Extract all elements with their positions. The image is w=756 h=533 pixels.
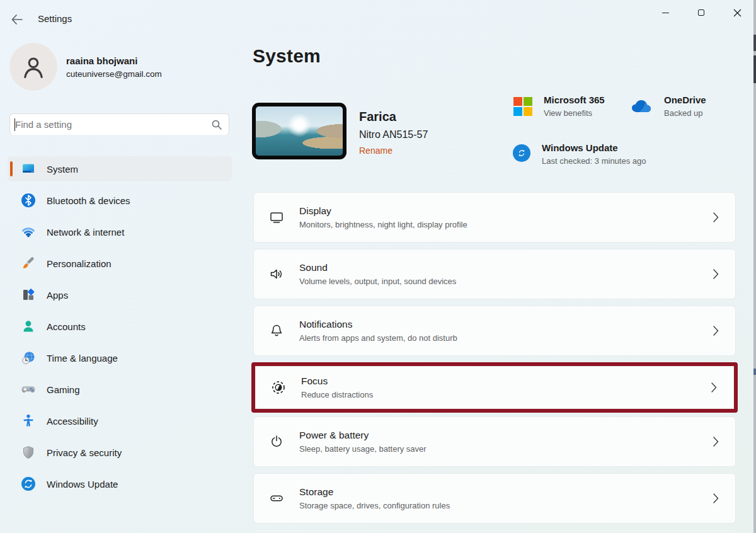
onedrive-cloud-icon	[629, 98, 653, 117]
row-title: Focus	[301, 375, 711, 387]
search-input[interactable]	[15, 114, 204, 135]
close-button[interactable]	[723, 0, 752, 25]
windows-update-card[interactable]: Windows Update Last checked: 3 minutes a…	[513, 142, 646, 166]
onedrive-card[interactable]: OneDrive Backed up	[629, 95, 706, 118]
globe-clock-icon	[20, 350, 37, 366]
shield-icon	[20, 444, 37, 461]
sidebar-item-gaming[interactable]: Gaming	[8, 377, 232, 402]
rename-link[interactable]: Rename	[359, 146, 392, 156]
page-title: System	[253, 45, 321, 67]
person-icon	[20, 53, 47, 81]
row-subtitle: Reduce distractions	[301, 390, 711, 399]
sidebar-item-bluetooth-devices[interactable]: Bluetooth & devices	[8, 188, 232, 213]
sidebar-item-label: Accounts	[47, 321, 86, 332]
sidebar-item-label: Time & language	[47, 353, 118, 364]
sidebar-item-label: Bluetooth & devices	[47, 195, 130, 206]
device-model: Nitro AN515-57	[359, 129, 428, 140]
sidebar-item-privacy-security[interactable]: Privacy & security	[8, 440, 232, 465]
windows-update-title: Windows Update	[542, 142, 646, 153]
settings-row-notifications[interactable]: Notifications Alerts from apps and syste…	[253, 306, 736, 356]
titlebar: Settings	[0, 0, 756, 35]
chevron-right-icon	[713, 269, 719, 279]
sidebar-item-label: Windows Update	[47, 479, 118, 490]
chevron-right-icon	[713, 212, 719, 222]
settings-row-power-battery[interactable]: Power & battery Sleep, battery usage, ba…	[253, 416, 736, 467]
minimize-icon	[662, 13, 669, 13]
row-title: Notifications	[299, 319, 713, 330]
settings-row-sound[interactable]: Sound Volume levels, output, input, soun…	[253, 249, 736, 299]
user-email: cuteuniverse@gmail.com	[66, 69, 162, 79]
minimize-button[interactable]	[651, 0, 680, 25]
focus-highlight-annotation: Focus Reduce distractions	[251, 362, 738, 413]
microsoft-365-subtitle[interactable]: View benefits	[544, 108, 605, 118]
row-subtitle: Monitors, brightness, night light, displ…	[299, 220, 713, 229]
system-laptop-icon	[20, 161, 37, 177]
onedrive-title: OneDrive	[664, 95, 706, 105]
row-title: Power & battery	[299, 430, 713, 441]
settings-row-display[interactable]: Display Monitors, brightness, night ligh…	[253, 192, 736, 243]
settings-row-storage[interactable]: Storage Storage space, drives, configura…	[253, 473, 736, 524]
storage-drive-icon	[254, 490, 299, 507]
apps-grid-icon	[20, 287, 37, 303]
device-wallpaper	[256, 106, 343, 156]
sidebar-item-apps[interactable]: Apps	[8, 282, 232, 307]
sidebar-item-time-language[interactable]: Time & language	[8, 345, 232, 370]
row-subtitle: Sleep, battery usage, battery saver	[299, 444, 713, 454]
sidebar-item-personalization[interactable]: Personalization	[8, 251, 232, 276]
chevron-right-icon	[713, 326, 719, 336]
power-icon	[254, 433, 299, 450]
row-title: Display	[299, 205, 713, 217]
sidebar-item-network-internet[interactable]: Network & internet	[8, 219, 232, 244]
windows-update-subtitle: Last checked: 3 minutes ago	[542, 156, 646, 166]
sidebar-item-label: Network & internet	[47, 227, 124, 238]
sidebar-item-accounts[interactable]: Accounts	[8, 314, 232, 339]
sidebar-item-accessibility[interactable]: Accessibility	[8, 408, 232, 433]
avatar[interactable]	[9, 43, 57, 91]
screen-edge-strip	[753, 0, 756, 533]
search-box	[9, 113, 229, 135]
settings-row-partial[interactable]	[253, 530, 736, 531]
settings-row-focus[interactable]: Focus Reduce distractions	[255, 366, 734, 409]
user-name: raaina bhojwani	[66, 55, 137, 66]
accessibility-person-icon	[20, 413, 37, 429]
row-title: Sound	[299, 262, 713, 273]
sidebar-item-label: Privacy & security	[47, 447, 122, 458]
onedrive-subtitle: Backed up	[664, 108, 706, 118]
device-thumbnail	[252, 103, 346, 159]
sidebar-nav: System Bluetooth & devices Network & int…	[8, 156, 234, 503]
row-subtitle: Volume levels, output, input, sound devi…	[299, 277, 713, 286]
sidebar-item-label: System	[47, 164, 78, 175]
sidebar-item-label: Personalization	[47, 258, 112, 269]
focus-icon	[256, 379, 301, 396]
microsoft-logo-icon	[513, 97, 532, 116]
chevron-right-icon	[713, 437, 719, 447]
paintbrush-icon	[20, 255, 37, 272]
wifi-icon	[20, 224, 37, 240]
row-subtitle: Alerts from apps and system, do not dist…	[299, 333, 713, 343]
close-icon	[733, 9, 742, 17]
microsoft-365-card[interactable]: Microsoft 365 View benefits	[513, 95, 605, 118]
sidebar-item-windows-update[interactable]: Windows Update	[8, 471, 232, 496]
device-name: Farica	[359, 110, 396, 124]
back-arrow-icon	[9, 11, 25, 28]
sidebar-item-system[interactable]: System	[8, 156, 232, 181]
game-controller-icon	[20, 381, 37, 398]
chevron-right-icon	[711, 382, 717, 393]
search-icon[interactable]	[211, 119, 222, 133]
notifications-bell-icon	[254, 323, 299, 339]
windows-update-icon	[20, 476, 37, 492]
sidebar-item-label: Apps	[47, 290, 68, 301]
display-icon	[254, 209, 299, 226]
row-title: Storage	[299, 486, 713, 498]
windows-update-icon	[513, 144, 530, 162]
chevron-right-icon	[713, 493, 719, 503]
sound-icon	[254, 266, 299, 282]
settings-list: Display Monitors, brightness, night ligh…	[253, 192, 736, 531]
back-button[interactable]	[9, 11, 25, 28]
row-subtitle: Storage space, drives, configuration rul…	[299, 501, 713, 510]
maximize-button[interactable]	[687, 0, 716, 25]
maximize-icon	[698, 9, 704, 16]
sidebar-item-label: Gaming	[47, 384, 80, 395]
app-title: Settings	[38, 13, 72, 24]
accounts-person-icon	[20, 318, 37, 335]
